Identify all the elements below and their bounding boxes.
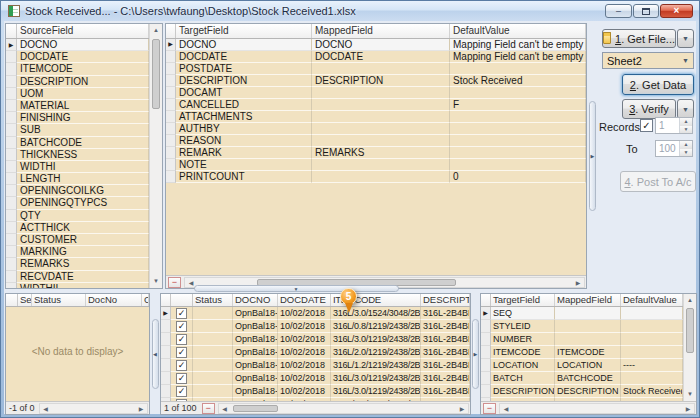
get-file-dropdown-button[interactable]: ▼: [677, 29, 694, 48]
scroll-up-icon[interactable]: ▲: [150, 24, 162, 37]
row-checkbox[interactable]: ✓: [176, 373, 187, 384]
remove-row-button[interactable]: −: [483, 403, 496, 414]
column-header-status[interactable]: Status: [193, 294, 233, 306]
column-header-se[interactable]: Se.: [18, 294, 32, 306]
column-header-docno[interactable]: DocNo: [86, 294, 142, 306]
spin-up-icon[interactable]: ▲: [680, 118, 692, 126]
column-header-targetfield[interactable]: TargetField: [491, 294, 555, 306]
mapping-row[interactable]: ▶DOCNODOCNOMapping Field can't be empty: [166, 39, 586, 51]
close-button[interactable]: ×: [660, 4, 693, 18]
target-grid-hscrollbar[interactable]: ◀ ▶: [499, 403, 695, 414]
mapping-row[interactable]: NOTE: [166, 159, 586, 171]
column-header-docno[interactable]: DOCNO: [233, 294, 278, 306]
records-to-value[interactable]: 100: [656, 141, 679, 156]
detail-row[interactable]: ✓OpnBal18-410/02/2018316L/3.0/1219/2438/…: [161, 385, 470, 398]
spin-down-icon[interactable]: ▼: [680, 149, 692, 157]
scroll-thumb[interactable]: [152, 39, 160, 109]
target-field-row[interactable]: ▶SEQ: [481, 307, 683, 320]
detail-grid-hscrollbar[interactable]: ◀ ▶: [218, 403, 469, 414]
mapping-row[interactable]: DESCRIPTIONDESCRIPTIONStock Received: [166, 75, 586, 87]
sheet-select[interactable]: Sheet2 ▼: [602, 52, 694, 69]
target-field-row[interactable]: DESCRIPTIONDESCRIPTIONStock Received: [481, 385, 683, 398]
minimize-button[interactable]: –: [605, 4, 632, 18]
source-field-row[interactable]: BATCHCODE: [6, 137, 149, 149]
records-to-spinner[interactable]: 100 ▲▼: [655, 140, 693, 157]
target-grid-vscrollbar[interactable]: ▲ ▼: [683, 294, 696, 401]
maximize-button[interactable]: [633, 4, 659, 18]
detail-row[interactable]: ✓OpnBal18-410/02/2018316L/3.0/1219/2438/…: [161, 372, 470, 385]
checkbox-column-header[interactable]: [171, 294, 193, 306]
mapping-row[interactable]: AUTHBY: [166, 123, 586, 135]
column-header-defaultvalue[interactable]: DefaultValue: [450, 24, 586, 38]
source-field-row[interactable]: OPENINGQTYPCS: [6, 197, 149, 209]
target-field-row[interactable]: LOCATIONLOCATION----: [481, 359, 683, 372]
detail-row[interactable]: ✓OpnBal18-410/02/2018316L/3.0/1219/2438/…: [161, 333, 470, 346]
source-field-row[interactable]: MARKING: [6, 246, 149, 258]
source-field-row[interactable]: MATERIAL: [6, 100, 149, 112]
mapping-row[interactable]: CANCELLEDF: [166, 99, 586, 111]
bottom-left-splitter[interactable]: ◀: [150, 293, 160, 415]
source-field-row[interactable]: ITEMCODE: [6, 63, 149, 75]
spin-down-icon[interactable]: ▼: [680, 126, 692, 134]
target-field-row[interactable]: ITEMCODEITEMCODE: [481, 346, 683, 359]
scroll-left-icon[interactable]: ◀: [500, 405, 512, 412]
remove-row-button[interactable]: −: [202, 403, 215, 414]
detail-row[interactable]: ✓OpnBal18-410/02/2018316L/2.0/1219/2438/…: [161, 346, 470, 359]
mapping-row[interactable]: DOCAMT: [166, 87, 586, 99]
target-field-row[interactable]: STYLEID: [481, 320, 683, 333]
verify-button[interactable]: 3. Verify: [622, 99, 676, 119]
source-field-row[interactable]: CUSTOMER: [6, 234, 149, 246]
source-field-row[interactable]: ▶DOCNO: [6, 39, 149, 51]
mapping-row[interactable]: REASON: [166, 135, 586, 147]
target-field-row[interactable]: BATCHBATCHCODE: [481, 372, 683, 385]
mapping-row[interactable]: POSTDATE: [166, 63, 586, 75]
row-checkbox[interactable]: ✓: [176, 321, 187, 332]
row-checkbox[interactable]: ✓: [176, 347, 187, 358]
column-header-sourcefield[interactable]: SourceField: [17, 24, 149, 38]
row-checkbox[interactable]: ✓: [176, 334, 187, 345]
scroll-left-icon[interactable]: ◀: [219, 405, 231, 412]
column-header-mappedfield[interactable]: MappedField: [312, 24, 450, 38]
verify-dropdown-button[interactable]: ▼: [677, 99, 694, 119]
column-header-mappedfield[interactable]: MappedField: [555, 294, 621, 306]
source-field-row[interactable]: REMARKS: [6, 258, 149, 270]
mapping-row[interactable]: REMARKREMARKS: [166, 147, 586, 159]
source-field-row[interactable]: OPENINGCOILKG: [6, 185, 149, 197]
detail-row[interactable]: ▶✓OpnBal18-410/02/2018316L/3.0/1524/3048…: [161, 307, 470, 320]
mapping-row[interactable]: PRINTCOUNT0: [166, 171, 586, 183]
source-field-row[interactable]: QTY: [6, 210, 149, 222]
source-field-row[interactable]: LENGTH: [6, 173, 149, 185]
source-field-row[interactable]: SUB: [6, 124, 149, 136]
detail-row[interactable]: ✓OpnBal18-410/02/2018316L/1.2/1219/2438/…: [161, 359, 470, 372]
right-panel-splitter[interactable]: ▶: [588, 23, 597, 289]
records-from-spinner[interactable]: 1 ▲▼: [655, 117, 693, 134]
records-from-value[interactable]: 1: [656, 118, 679, 133]
row-checkbox[interactable]: ✓: [176, 360, 187, 371]
source-field-row[interactable]: WIDTHI: [6, 161, 149, 173]
post-to-ac-button[interactable]: 4. Post To A/c: [620, 171, 696, 192]
source-field-row[interactable]: ACTTHICK: [6, 222, 149, 234]
scroll-down-icon[interactable]: ▼: [684, 388, 696, 401]
mapping-row[interactable]: DOCDATEDOCDATEMapping Field can't be emp…: [166, 51, 586, 63]
detail-row[interactable]: ✓OpnBal18-410/02/2018316L/0.8/1219/2438/…: [161, 320, 470, 333]
scroll-up-icon[interactable]: ▲: [684, 294, 696, 307]
source-field-row[interactable]: UOM: [6, 88, 149, 100]
horizontal-splitter[interactable]: ▼: [5, 284, 587, 293]
source-field-row[interactable]: THICKNESS: [6, 149, 149, 161]
records-checkbox[interactable]: ✓: [640, 119, 653, 132]
mapping-row[interactable]: ATTACHMENTS: [166, 111, 586, 123]
target-field-row[interactable]: NUMBER: [481, 333, 683, 346]
row-checkbox[interactable]: ✓: [176, 308, 187, 319]
source-field-row[interactable]: FINISHING: [6, 112, 149, 124]
get-file-button[interactable]: 1. Get File...: [602, 29, 676, 48]
scroll-thumb[interactable]: [233, 405, 278, 412]
row-checkbox[interactable]: ✓: [176, 386, 187, 397]
get-data-button[interactable]: 2. Get Data: [622, 74, 694, 95]
source-field-row[interactable]: RECVDATE: [6, 271, 149, 283]
column-header-descripti[interactable]: DESCRIPTI▲: [421, 294, 470, 306]
titlebar[interactable]: Stock Received... - C:\Users\twfaung\Des…: [1, 1, 699, 21]
scroll-right-icon[interactable]: ▶: [682, 405, 694, 412]
bottom-right-splitter[interactable]: ▶: [471, 293, 480, 415]
source-field-row[interactable]: DESCRIPTION: [6, 76, 149, 88]
column-header-docdate[interactable]: DOCDATE: [278, 294, 331, 306]
